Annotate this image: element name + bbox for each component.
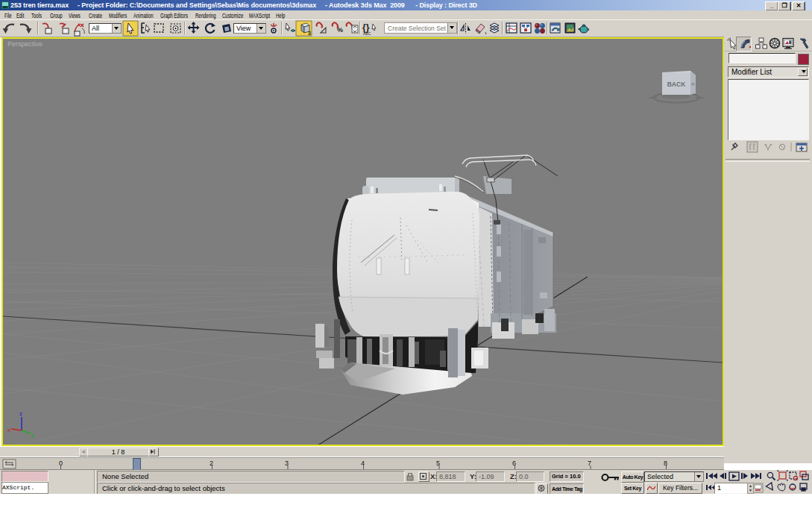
- svg-text:z: z: [19, 410, 22, 417]
- svg-text:R: R: [691, 82, 695, 87]
- svg-text:ABC: ABC: [363, 31, 371, 36]
- svg-text:BACK: BACK: [667, 81, 686, 88]
- svg-text:3: 3: [308, 31, 311, 36]
- svg-text:x: x: [7, 427, 10, 433]
- svg-text:%: %: [337, 26, 343, 34]
- svg-text:y: y: [31, 432, 34, 439]
